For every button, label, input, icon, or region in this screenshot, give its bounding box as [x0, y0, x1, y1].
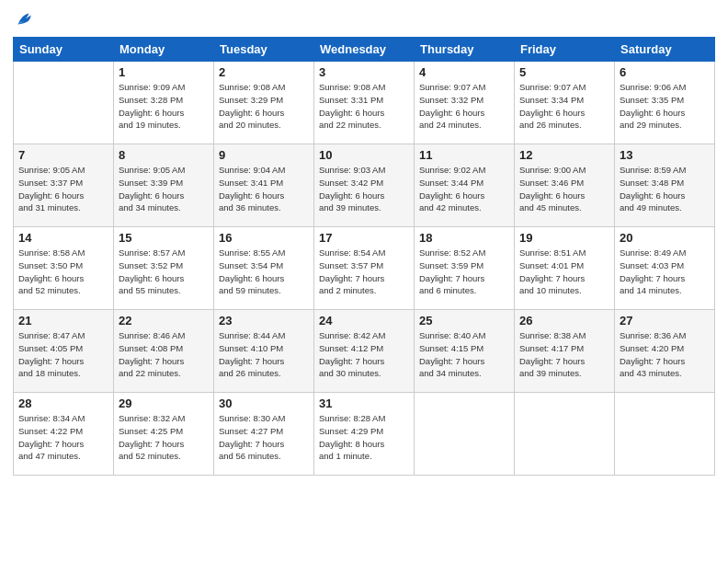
col-header-thursday: Thursday: [415, 38, 515, 62]
col-header-saturday: Saturday: [615, 38, 715, 62]
day-info: Sunrise: 8:30 AM Sunset: 4:27 PM Dayligh…: [219, 412, 309, 463]
day-number: 28: [18, 396, 108, 410]
day-cell: 27Sunrise: 8:36 AM Sunset: 4:20 PM Dayli…: [615, 310, 715, 393]
calendar-header-row: SundayMondayTuesdayWednesdayThursdayFrid…: [14, 38, 715, 62]
day-cell: 31Sunrise: 8:28 AM Sunset: 4:29 PM Dayli…: [314, 393, 415, 476]
day-number: 27: [620, 314, 710, 327]
day-info: Sunrise: 8:51 AM Sunset: 4:01 PM Dayligh…: [519, 247, 609, 297]
col-header-friday: Friday: [515, 38, 615, 62]
day-cell: [415, 393, 515, 476]
week-row-2: 7Sunrise: 9:05 AM Sunset: 3:37 PM Daylig…: [14, 144, 715, 227]
day-cell: 8Sunrise: 9:05 AM Sunset: 3:39 PM Daylig…: [114, 144, 214, 227]
day-cell: 7Sunrise: 9:05 AM Sunset: 3:37 PM Daylig…: [14, 144, 114, 227]
day-cell: 13Sunrise: 8:59 AM Sunset: 3:48 PM Dayli…: [615, 144, 715, 227]
day-info: Sunrise: 9:04 AM Sunset: 3:41 PM Dayligh…: [219, 164, 309, 214]
day-number: 8: [119, 148, 209, 162]
day-cell: 14Sunrise: 8:58 AM Sunset: 3:50 PM Dayli…: [14, 227, 114, 310]
day-number: 6: [620, 65, 710, 79]
day-cell: 1Sunrise: 9:09 AM Sunset: 3:28 PM Daylig…: [114, 62, 214, 144]
day-info: Sunrise: 8:49 AM Sunset: 4:03 PM Dayligh…: [620, 247, 710, 297]
day-cell: 28Sunrise: 8:34 AM Sunset: 4:22 PM Dayli…: [14, 393, 114, 476]
col-header-monday: Monday: [114, 38, 214, 62]
day-cell: 5Sunrise: 9:07 AM Sunset: 3:34 PM Daylig…: [515, 62, 615, 144]
day-number: 13: [620, 148, 710, 162]
day-number: 15: [119, 231, 209, 245]
day-cell: 26Sunrise: 8:38 AM Sunset: 4:17 PM Dayli…: [515, 310, 615, 393]
day-number: 31: [319, 396, 409, 410]
day-cell: 20Sunrise: 8:49 AM Sunset: 4:03 PM Dayli…: [615, 227, 715, 310]
day-cell: [615, 393, 715, 476]
day-number: 11: [419, 148, 509, 162]
day-info: Sunrise: 9:09 AM Sunset: 3:28 PM Dayligh…: [119, 81, 209, 132]
day-cell: 9Sunrise: 9:04 AM Sunset: 3:41 PM Daylig…: [214, 144, 314, 227]
day-number: 24: [319, 314, 409, 327]
day-cell: 16Sunrise: 8:55 AM Sunset: 3:54 PM Dayli…: [214, 227, 314, 310]
day-cell: 17Sunrise: 8:54 AM Sunset: 3:57 PM Dayli…: [314, 227, 415, 310]
day-number: 10: [319, 148, 409, 162]
day-cell: 29Sunrise: 8:32 AM Sunset: 4:25 PM Dayli…: [114, 393, 214, 476]
day-number: 25: [419, 314, 509, 327]
day-number: 1: [119, 65, 209, 79]
week-row-4: 21Sunrise: 8:47 AM Sunset: 4:05 PM Dayli…: [14, 310, 715, 393]
day-cell: 21Sunrise: 8:47 AM Sunset: 4:05 PM Dayli…: [14, 310, 114, 393]
day-number: 26: [519, 314, 609, 327]
day-number: 16: [219, 231, 309, 245]
col-header-wednesday: Wednesday: [314, 38, 415, 62]
week-row-1: 1Sunrise: 9:09 AM Sunset: 3:28 PM Daylig…: [14, 62, 715, 144]
day-info: Sunrise: 8:46 AM Sunset: 4:08 PM Dayligh…: [119, 329, 209, 380]
day-number: 9: [219, 148, 309, 162]
day-number: 22: [119, 314, 209, 327]
day-number: 20: [620, 231, 710, 245]
day-number: 14: [18, 231, 108, 245]
header: [13, 9, 715, 29]
day-number: 3: [319, 65, 409, 79]
day-info: Sunrise: 8:44 AM Sunset: 4:10 PM Dayligh…: [219, 329, 309, 380]
day-info: Sunrise: 9:00 AM Sunset: 3:46 PM Dayligh…: [519, 164, 609, 214]
day-info: Sunrise: 9:05 AM Sunset: 3:37 PM Dayligh…: [18, 164, 108, 214]
day-number: 2: [219, 65, 309, 79]
day-cell: 12Sunrise: 9:00 AM Sunset: 3:46 PM Dayli…: [515, 144, 615, 227]
day-cell: 2Sunrise: 9:08 AM Sunset: 3:29 PM Daylig…: [214, 62, 314, 144]
day-info: Sunrise: 8:34 AM Sunset: 4:22 PM Dayligh…: [18, 412, 108, 463]
day-number: 5: [519, 65, 609, 79]
day-info: Sunrise: 8:54 AM Sunset: 3:57 PM Dayligh…: [319, 247, 409, 297]
day-number: 12: [519, 148, 609, 162]
logo: [13, 9, 37, 29]
col-header-tuesday: Tuesday: [214, 38, 314, 62]
day-cell: 10Sunrise: 9:03 AM Sunset: 3:42 PM Dayli…: [314, 144, 415, 227]
week-row-5: 28Sunrise: 8:34 AM Sunset: 4:22 PM Dayli…: [14, 393, 715, 476]
day-info: Sunrise: 9:07 AM Sunset: 3:32 PM Dayligh…: [419, 81, 509, 132]
day-info: Sunrise: 9:05 AM Sunset: 3:39 PM Dayligh…: [119, 164, 209, 214]
calendar-table: SundayMondayTuesdayWednesdayThursdayFrid…: [13, 37, 715, 476]
day-cell: 6Sunrise: 9:06 AM Sunset: 3:35 PM Daylig…: [615, 62, 715, 144]
week-row-3: 14Sunrise: 8:58 AM Sunset: 3:50 PM Dayli…: [14, 227, 715, 310]
day-cell: 22Sunrise: 8:46 AM Sunset: 4:08 PM Dayli…: [114, 310, 214, 393]
day-info: Sunrise: 8:38 AM Sunset: 4:17 PM Dayligh…: [519, 329, 609, 380]
day-info: Sunrise: 8:58 AM Sunset: 3:50 PM Dayligh…: [18, 247, 108, 297]
logo-bird-icon: [13, 9, 33, 29]
day-info: Sunrise: 9:07 AM Sunset: 3:34 PM Dayligh…: [519, 81, 609, 132]
day-number: 18: [419, 231, 509, 245]
day-cell: 24Sunrise: 8:42 AM Sunset: 4:12 PM Dayli…: [314, 310, 415, 393]
day-info: Sunrise: 9:02 AM Sunset: 3:44 PM Dayligh…: [419, 164, 509, 214]
day-cell: 15Sunrise: 8:57 AM Sunset: 3:52 PM Dayli…: [114, 227, 214, 310]
day-info: Sunrise: 8:47 AM Sunset: 4:05 PM Dayligh…: [18, 329, 108, 380]
day-info: Sunrise: 8:59 AM Sunset: 3:48 PM Dayligh…: [620, 164, 710, 214]
day-info: Sunrise: 9:08 AM Sunset: 3:31 PM Dayligh…: [319, 81, 409, 132]
col-header-sunday: Sunday: [14, 38, 114, 62]
day-info: Sunrise: 8:28 AM Sunset: 4:29 PM Dayligh…: [319, 412, 409, 463]
day-info: Sunrise: 9:03 AM Sunset: 3:42 PM Dayligh…: [319, 164, 409, 214]
day-info: Sunrise: 8:57 AM Sunset: 3:52 PM Dayligh…: [119, 247, 209, 297]
day-info: Sunrise: 8:52 AM Sunset: 3:59 PM Dayligh…: [419, 247, 509, 297]
day-info: Sunrise: 9:08 AM Sunset: 3:29 PM Dayligh…: [219, 81, 309, 132]
day-info: Sunrise: 8:40 AM Sunset: 4:15 PM Dayligh…: [419, 329, 509, 380]
day-cell: 11Sunrise: 9:02 AM Sunset: 3:44 PM Dayli…: [415, 144, 515, 227]
day-cell: 23Sunrise: 8:44 AM Sunset: 4:10 PM Dayli…: [214, 310, 314, 393]
day-cell: 30Sunrise: 8:30 AM Sunset: 4:27 PM Dayli…: [214, 393, 314, 476]
day-info: Sunrise: 9:06 AM Sunset: 3:35 PM Dayligh…: [620, 81, 710, 132]
day-cell: 19Sunrise: 8:51 AM Sunset: 4:01 PM Dayli…: [515, 227, 615, 310]
day-cell: 4Sunrise: 9:07 AM Sunset: 3:32 PM Daylig…: [415, 62, 515, 144]
day-cell: [515, 393, 615, 476]
day-number: 17: [319, 231, 409, 245]
day-number: 7: [18, 148, 108, 162]
